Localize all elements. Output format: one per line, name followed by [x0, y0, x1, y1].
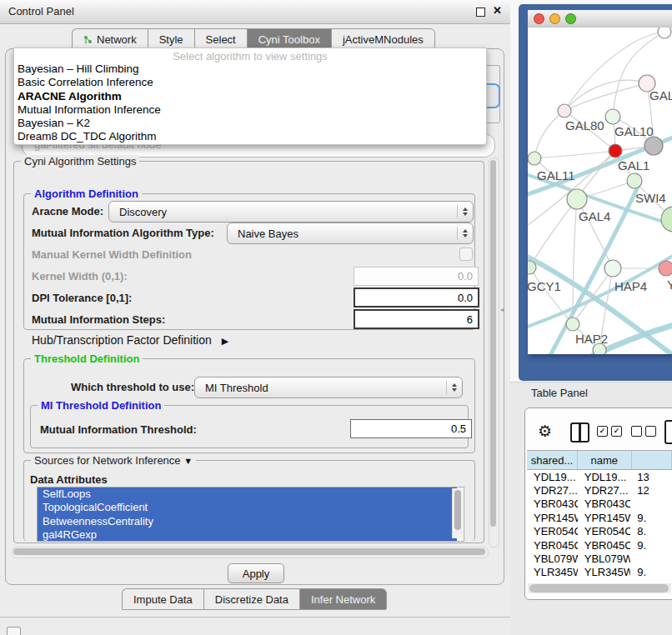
tab-infer-network[interactable]: Infer Network: [299, 588, 387, 610]
table-row[interactable]: YIL052CYIL052C9: [527, 579, 672, 582]
zoom-traffic-light-icon[interactable]: [565, 13, 576, 24]
network-edge: [564, 83, 647, 111]
mi-type-value: Naive Bayes: [228, 228, 457, 240]
cyni-mode-tabs: Impute DataDiscretize DataInfer Network: [122, 588, 387, 608]
column-header[interactable]: [632, 451, 672, 469]
network-node[interactable]: [644, 137, 663, 155]
gear-icon[interactable]: ⚙: [538, 422, 552, 441]
select-all-checkboxes-icon[interactable]: ✓ ✓: [597, 426, 622, 437]
network-node[interactable]: [566, 318, 579, 331]
network-node[interactable]: [659, 261, 672, 276]
mi-threshold-field[interactable]: 0.5: [350, 419, 472, 438]
network-node[interactable]: [558, 104, 571, 118]
settings-vertical-scrollbar: [489, 158, 499, 548]
export-table-icon[interactable]: [664, 420, 672, 444]
table-row[interactable]: YDL19...YDL19...13: [527, 470, 672, 483]
checked-box-icon: ✓: [597, 426, 608, 437]
mi-steps-field[interactable]: 6: [354, 309, 479, 329]
column-header[interactable]: name: [578, 451, 631, 469]
network-node[interactable]: [658, 28, 671, 38]
mi-steps-label: Mutual Information Steps:: [32, 313, 165, 326]
sources-title[interactable]: Sources for Network Inference ▼: [31, 454, 196, 467]
attributes-scrollbar-thumb[interactable]: [454, 490, 461, 530]
table-cell: YBR045C: [527, 539, 578, 552]
tab-discretize-data[interactable]: Discretize Data: [203, 588, 299, 610]
manual-kernel-checkbox[interactable]: [459, 248, 473, 261]
sources-title-text: Sources for Network Inference: [34, 454, 181, 467]
apply-button[interactable]: Apply: [228, 563, 284, 583]
aracne-mode-combobox[interactable]: Discovery: [108, 201, 474, 222]
column-header[interactable]: shared...: [527, 451, 578, 469]
network-node[interactable]: [528, 152, 541, 165]
node-label: GAL1: [618, 158, 649, 172]
network-node[interactable]: [661, 207, 672, 232]
tab-label: Network: [97, 33, 137, 46]
deselect-all-checkboxes-icon[interactable]: [631, 426, 656, 437]
close-icon[interactable]: ✕: [493, 4, 502, 17]
table-cell: 9.: [630, 539, 672, 552]
which-threshold-combobox[interactable]: MI Threshold: [194, 377, 463, 398]
table-cell: YER054C: [527, 525, 578, 538]
network-edge: [529, 268, 573, 324]
unchecked-box-icon: [645, 426, 656, 437]
table-cell: YPR145W: [527, 512, 578, 524]
node-label: HAP4: [614, 279, 647, 293]
network-icon: [83, 35, 93, 44]
table-row[interactable]: YDR27...YDR27...12: [527, 483, 672, 497]
close-traffic-light-icon[interactable]: [534, 13, 544, 24]
float-panel-icon[interactable]: [476, 8, 485, 17]
attribute-item-selected[interactable]: BetweennessCentrality: [38, 515, 457, 528]
network-node[interactable]: [604, 260, 621, 277]
node-label: SWI4: [635, 191, 666, 205]
table-horizontal-scrollbar-thumb[interactable]: [529, 584, 669, 592]
algorithm-option[interactable]: Bayesian – Hill Climbing: [14, 62, 486, 76]
table-row[interactable]: YBR043CYBR043C: [527, 498, 672, 511]
mi-type-combobox[interactable]: Naive Bayes: [227, 222, 474, 244]
table-row[interactable]: YPR145WYPR145W9.: [527, 511, 672, 524]
algorithm-option[interactable]: Bayesian – K2: [14, 117, 486, 130]
panel-splitter-handle[interactable]: ◂: [500, 306, 504, 313]
network-node[interactable]: [567, 189, 587, 209]
tab-label: jActiveMNodules: [343, 33, 424, 46]
table-cell: YLR345W: [527, 566, 578, 578]
kernel-width-field[interactable]: 0.0: [354, 267, 479, 286]
network-window-titlebar[interactable]: [528, 10, 672, 28]
node-table: shared...name YDL19...YDL19...13YDR27...…: [527, 450, 672, 582]
minimize-traffic-light-icon[interactable]: [549, 13, 560, 24]
data-attributes-list[interactable]: SelfLoopsTopologicalCoefficientBetweenne…: [37, 487, 464, 542]
algorithm-option[interactable]: Dream8 DC_TDC Algorithm: [14, 130, 486, 143]
settings-vertical-scrollbar-thumb[interactable]: [490, 160, 496, 527]
floating-panel-icon[interactable]: [7, 627, 21, 635]
network-node[interactable]: [605, 109, 620, 124]
table-cell: 9.: [630, 512, 672, 524]
hub-definition-section[interactable]: Hub/Transcription Factor Definition ▶: [32, 333, 228, 347]
algorithm-option[interactable]: ARACNE Algorithm: [14, 90, 486, 103]
table-row[interactable]: YLR345WYLR345W9.: [527, 566, 672, 579]
cyni-group-title: Cyni Algorithm Settings: [21, 155, 139, 168]
attribute-item-selected[interactable]: TopologicalCoefficient: [38, 501, 457, 514]
tab-label: Cyni Toolbox: [258, 33, 320, 46]
table-row[interactable]: YBR045CYBR045C9.: [527, 538, 672, 552]
attribute-item-selected[interactable]: gal4RGexp: [38, 528, 457, 542]
dpi-tolerance-field[interactable]: 0.0: [354, 288, 479, 308]
columns-icon[interactable]: [570, 422, 589, 442]
table-row[interactable]: YBL079WYBL079W: [527, 552, 672, 565]
table-header-row: shared...name: [527, 450, 672, 470]
table-cell: YBR045C: [578, 539, 631, 552]
network-node[interactable]: [627, 173, 642, 188]
node-label: GAL4: [579, 209, 610, 223]
attribute-item-selected[interactable]: SelfLoops: [38, 488, 457, 501]
network-node[interactable]: [528, 261, 536, 274]
table-panel-title: Table Panel: [531, 387, 588, 399]
node-label: GAL10: [614, 124, 654, 138]
network-canvas[interactable]: GALGAL80GAL10GAL1GAL11SWI4GAL4GCY1HAP4YH…: [528, 28, 672, 354]
control-panel-titlebar[interactable]: Control Panel ✕: [0, 0, 510, 24]
network-node[interactable]: [609, 144, 622, 158]
table-cell: YBR043C: [578, 498, 631, 510]
algorithm-option[interactable]: Mutual Information Inference: [14, 103, 486, 117]
table-cell: YDL19...: [578, 471, 631, 483]
table-row[interactable]: YER054CYER054C8.: [527, 525, 672, 538]
tab-impute-data[interactable]: Impute Data: [122, 588, 203, 610]
settings-horizontal-scrollbar-thumb[interactable]: [13, 548, 485, 555]
algorithm-option[interactable]: Basic Correlation Inference: [14, 76, 486, 89]
